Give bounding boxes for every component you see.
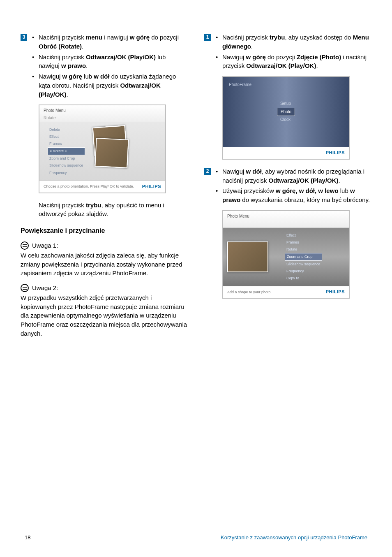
mock-menu-item: Zoom and Crop <box>48 155 85 162</box>
page-footer: 18 Korzystanie z zaawansowanych opcji ur… <box>0 534 392 541</box>
mock-menu-item: Frequency <box>285 268 322 275</box>
mock-menu-item: Setup <box>277 100 295 108</box>
right-column: 1 Naciśnij przycisk trybu, aby uzyskać d… <box>204 33 371 344</box>
screenshot-main-menu: PhotoFrame Setup Photo Clock PHILIPS <box>222 76 350 160</box>
mock-menu-list: Delete Effect Frames « Rotate » Zoom and… <box>44 126 85 176</box>
mock-main-menu-list: Setup Photo Clock <box>277 100 295 124</box>
mock-menu-item: Copy to <box>285 275 322 282</box>
photo-thumbnail <box>227 241 268 272</box>
photo-thumbnail-stack <box>93 126 130 167</box>
instruction-item: Naciśnij przycisk Odtwarzaj/OK (Play/OK)… <box>32 53 188 71</box>
mock-menu-item: Frames <box>48 140 85 147</box>
mock-menu-item-selected: « Rotate » <box>48 147 85 155</box>
post-mock-instruction: Naciśnij przycisk trybu, aby opuścić to … <box>21 201 188 219</box>
instruction-item: Naciśnij przycisk trybu, aby uzyskać dos… <box>216 33 371 51</box>
screenshot-photo-menu-rotate: Photo Menu Rotate Delete Effect Frames «… <box>39 104 166 193</box>
mock-menu-item: Delete <box>48 126 85 133</box>
philips-logo: PHILIPS <box>142 183 161 190</box>
note-1-body: W celu zachowania jakości zdjęcia zaleca… <box>21 251 188 278</box>
mock-menu-item: Rotate <box>285 246 322 253</box>
mock-title: Photo Menu <box>44 108 161 114</box>
mock-menu-item: Frequency <box>48 169 85 176</box>
mock-hint: Add a shape to your photo. <box>227 290 272 295</box>
mock-title: Photo Menu <box>227 214 345 220</box>
step-2: 2 Nawiguj w dół, aby wybrać nośnik do pr… <box>204 167 371 206</box>
mock-menu-item: Effect <box>285 232 322 239</box>
footer-title: Korzystanie z zaawansowanych opcji urząd… <box>221 534 367 541</box>
note-2-body: W przypadku wszystkich zdjęć przetwarzan… <box>21 293 188 338</box>
step-badge-3: 3 <box>21 34 27 41</box>
step-3: 3 Naciśnij przycisk menu i nawiguj w gór… <box>21 33 188 100</box>
note-label: Uwaga 1: <box>32 241 58 250</box>
mock-menu-item: Slideshow sequence <box>285 261 322 268</box>
step-badge-2: 2 <box>204 168 211 175</box>
mock-menu-item: Effect <box>48 133 85 140</box>
mock-menu-list: Effect Frames Rotate Zoom and Crop Slide… <box>281 232 322 282</box>
mock-menu-item-selected: Photo <box>277 108 295 116</box>
section-heading-zoom-crop: Powiększanie i przycinanie <box>21 226 188 235</box>
mock-menu-item: Slideshow sequence <box>48 162 85 169</box>
step-badge-1: 1 <box>204 34 211 41</box>
note-icon <box>21 241 29 250</box>
mock-menu-item: Clock <box>277 116 295 124</box>
instruction-item: Nawiguj w górę lub w dół do uzyskania żą… <box>32 72 188 99</box>
step-1: 1 Naciśnij przycisk trybu, aby uzyskać d… <box>204 33 371 72</box>
philips-logo: PHILIPS <box>326 150 345 156</box>
page-number: 18 <box>25 534 30 541</box>
instruction-item: Naciśnij przycisk menu i nawiguj w górę … <box>32 33 188 51</box>
note-label: Uwaga 2: <box>32 283 58 292</box>
instruction-item: Nawiguj w dół, aby wybrać nośnik do prze… <box>216 167 371 185</box>
note-icon <box>21 284 29 292</box>
note-2-header: Uwaga 2: <box>21 283 188 292</box>
mock-corner-label: PhotoFrame <box>229 82 251 88</box>
left-column: 3 Naciśnij przycisk menu i nawiguj w gór… <box>21 33 188 344</box>
mock-subtitle: Rotate <box>44 115 161 121</box>
screenshot-photo-menu-zoom: Photo Menu Effect Frames Rotate Zoom and… <box>222 210 350 299</box>
mock-menu-item-selected: Zoom and Crop <box>285 253 322 261</box>
note-1-header: Uwaga 1: <box>21 241 188 250</box>
philips-logo: PHILIPS <box>326 289 345 295</box>
mock-hint: Choose a photo orientation. Press Play/ … <box>44 184 134 189</box>
instruction-item: Nawiguj w górę do pozycji Zdjęcie (Photo… <box>216 53 371 71</box>
mock-menu-item: Frames <box>285 239 322 246</box>
instruction-item: Używaj przycisków w górę, w dół, w lewo … <box>216 186 371 204</box>
